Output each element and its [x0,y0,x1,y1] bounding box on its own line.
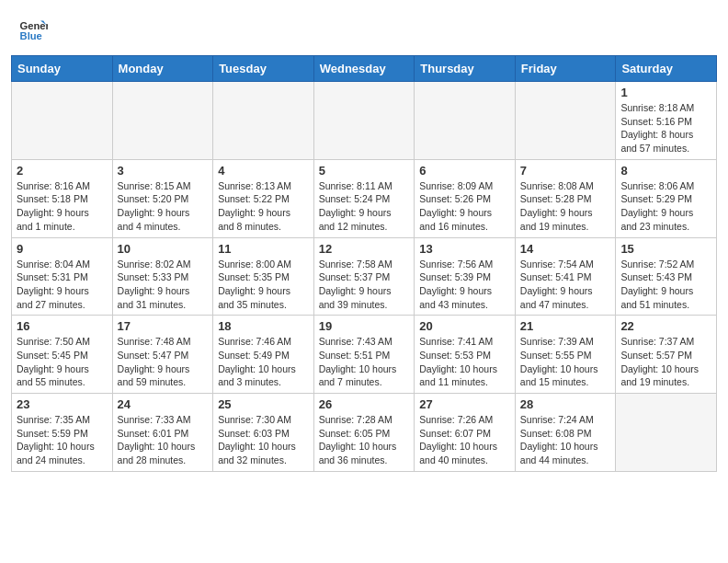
day-number: 14 [520,242,611,256]
day-info: Sunrise: 8:08 AM Sunset: 5:28 PM Dayligh… [520,179,611,234]
calendar-cell: 10Sunrise: 8:02 AM Sunset: 5:33 PM Dayli… [112,237,213,316]
day-number: 20 [419,319,510,333]
day-number: 13 [419,242,510,256]
calendar-cell: 18Sunrise: 7:46 AM Sunset: 5:49 PM Dayli… [213,316,314,394]
calendar-cell [515,82,616,160]
day-number: 24 [118,397,209,411]
day-number: 17 [118,319,209,333]
calendar-cell: 11Sunrise: 8:00 AM Sunset: 5:35 PM Dayli… [213,237,314,316]
day-number: 27 [419,397,510,411]
day-number: 5 [319,164,410,178]
day-info: Sunrise: 8:18 AM Sunset: 5:16 PM Dayligh… [620,101,711,155]
weekday-header: Sunday [12,56,113,82]
day-number: 10 [118,242,209,256]
day-info: Sunrise: 7:58 AM Sunset: 5:37 PM Dayligh… [319,258,410,312]
calendar-cell: 20Sunrise: 7:41 AM Sunset: 5:53 PM Dayli… [415,316,516,394]
day-number: 9 [17,242,108,256]
calendar-table: SundayMondayTuesdayWednesdayThursdayFrid… [11,55,717,472]
day-info: Sunrise: 8:16 AM Sunset: 5:18 PM Dayligh… [17,179,108,234]
day-info: Sunrise: 7:33 AM Sunset: 6:01 PM Dayligh… [118,413,209,467]
day-number: 23 [17,397,108,411]
day-info: Sunrise: 7:35 AM Sunset: 5:59 PM Dayligh… [17,413,108,467]
day-number: 25 [218,397,309,411]
calendar-cell: 3Sunrise: 8:15 AM Sunset: 5:20 PM Daylig… [112,159,213,237]
calendar-cell: 12Sunrise: 7:58 AM Sunset: 5:37 PM Dayli… [313,237,415,316]
weekday-header: Tuesday [213,56,314,82]
calendar-cell: 13Sunrise: 7:56 AM Sunset: 5:39 PM Dayli… [415,237,516,316]
calendar-cell: 6Sunrise: 8:09 AM Sunset: 5:26 PM Daylig… [415,159,516,237]
day-info: Sunrise: 8:13 AM Sunset: 5:22 PM Dayligh… [218,179,309,234]
day-info: Sunrise: 7:30 AM Sunset: 6:03 PM Dayligh… [218,413,309,467]
calendar-cell: 4Sunrise: 8:13 AM Sunset: 5:22 PM Daylig… [213,159,314,237]
day-number: 19 [319,319,410,333]
day-number: 18 [218,319,309,333]
calendar-cell [616,394,717,472]
day-number: 6 [419,164,510,178]
week-row: 23Sunrise: 7:35 AM Sunset: 5:59 PM Dayli… [12,394,717,472]
calendar-cell: 22Sunrise: 7:37 AM Sunset: 5:57 PM Dayli… [616,316,717,394]
day-info: Sunrise: 7:54 AM Sunset: 5:41 PM Dayligh… [520,258,611,312]
calendar-cell: 25Sunrise: 7:30 AM Sunset: 6:03 PM Dayli… [213,394,314,472]
calendar-cell: 16Sunrise: 7:50 AM Sunset: 5:45 PM Dayli… [12,316,113,394]
day-number: 22 [620,319,711,333]
page-header: General Blue [0,0,728,48]
calendar-cell: 8Sunrise: 8:06 AM Sunset: 5:29 PM Daylig… [616,159,717,237]
day-info: Sunrise: 8:15 AM Sunset: 5:20 PM Dayligh… [118,179,209,234]
day-number: 28 [520,397,611,411]
calendar-cell: 14Sunrise: 7:54 AM Sunset: 5:41 PM Dayli… [515,237,616,316]
day-number: 12 [319,242,410,256]
day-number: 11 [218,242,309,256]
day-number: 8 [620,164,711,178]
day-info: Sunrise: 8:09 AM Sunset: 5:26 PM Dayligh… [419,179,510,234]
day-number: 1 [620,86,711,99]
calendar-cell: 23Sunrise: 7:35 AM Sunset: 5:59 PM Dayli… [12,394,113,472]
calendar-cell [313,82,415,160]
day-number: 2 [17,164,108,178]
calendar-cell: 2Sunrise: 8:16 AM Sunset: 5:18 PM Daylig… [12,159,113,237]
calendar-cell: 26Sunrise: 7:28 AM Sunset: 6:05 PM Dayli… [313,394,415,472]
week-row: 9Sunrise: 8:04 AM Sunset: 5:31 PM Daylig… [12,237,717,316]
day-number: 15 [620,242,711,256]
day-info: Sunrise: 8:02 AM Sunset: 5:33 PM Dayligh… [118,258,209,312]
day-info: Sunrise: 7:37 AM Sunset: 5:57 PM Dayligh… [620,335,711,389]
calendar-cell [12,82,113,160]
calendar-cell: 1Sunrise: 8:18 AM Sunset: 5:16 PM Daylig… [616,82,717,160]
calendar-cell: 21Sunrise: 7:39 AM Sunset: 5:55 PM Dayli… [515,316,616,394]
day-number: 16 [17,319,108,333]
calendar-cell: 19Sunrise: 7:43 AM Sunset: 5:51 PM Dayli… [313,316,415,394]
calendar-header-row: SundayMondayTuesdayWednesdayThursdayFrid… [12,56,717,82]
day-number: 4 [218,164,309,178]
week-row: 1Sunrise: 8:18 AM Sunset: 5:16 PM Daylig… [12,82,717,160]
day-info: Sunrise: 7:48 AM Sunset: 5:47 PM Dayligh… [118,335,209,389]
svg-text:Blue: Blue [20,30,42,41]
weekday-header: Monday [112,56,213,82]
calendar-cell [213,82,314,160]
weekday-header: Saturday [616,56,717,82]
day-info: Sunrise: 8:00 AM Sunset: 5:35 PM Dayligh… [218,258,309,312]
calendar-cell: 24Sunrise: 7:33 AM Sunset: 6:01 PM Dayli… [112,394,213,472]
weekday-header: Wednesday [313,56,415,82]
day-info: Sunrise: 8:11 AM Sunset: 5:24 PM Dayligh… [319,179,410,234]
day-number: 7 [520,164,611,178]
calendar-cell [112,82,213,160]
logo-icon: General Blue [18,15,48,44]
day-info: Sunrise: 7:52 AM Sunset: 5:43 PM Dayligh… [620,258,711,312]
day-number: 3 [118,164,209,178]
day-info: Sunrise: 7:43 AM Sunset: 5:51 PM Dayligh… [319,335,410,389]
calendar-cell: 5Sunrise: 8:11 AM Sunset: 5:24 PM Daylig… [313,159,415,237]
calendar-cell: 27Sunrise: 7:26 AM Sunset: 6:07 PM Dayli… [415,394,516,472]
day-info: Sunrise: 7:41 AM Sunset: 5:53 PM Dayligh… [419,335,510,389]
day-number: 21 [520,319,611,333]
day-info: Sunrise: 8:06 AM Sunset: 5:29 PM Dayligh… [620,179,711,234]
calendar-cell: 7Sunrise: 8:08 AM Sunset: 5:28 PM Daylig… [515,159,616,237]
day-info: Sunrise: 7:28 AM Sunset: 6:05 PM Dayligh… [319,413,410,467]
day-info: Sunrise: 7:46 AM Sunset: 5:49 PM Dayligh… [218,335,309,389]
day-info: Sunrise: 7:26 AM Sunset: 6:07 PM Dayligh… [419,413,510,467]
week-row: 2Sunrise: 8:16 AM Sunset: 5:18 PM Daylig… [12,159,717,237]
calendar-cell [415,82,516,160]
day-number: 26 [319,397,410,411]
day-info: Sunrise: 8:04 AM Sunset: 5:31 PM Dayligh… [17,258,108,312]
day-info: Sunrise: 7:56 AM Sunset: 5:39 PM Dayligh… [419,258,510,312]
logo: General Blue [18,15,51,44]
day-info: Sunrise: 7:39 AM Sunset: 5:55 PM Dayligh… [520,335,611,389]
